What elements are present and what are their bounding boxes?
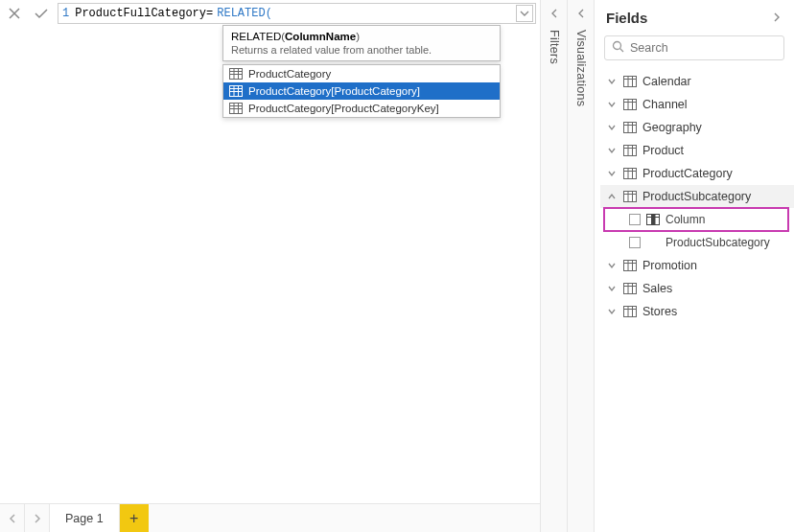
suggestion-label: ProductCategory[ProductCategory] xyxy=(248,85,420,97)
formula-bar: 1 ProductFullCategory=RELATED( xyxy=(0,0,540,24)
table-node-sales[interactable]: Sales xyxy=(600,277,794,300)
formula-expand-button[interactable] xyxy=(516,5,533,22)
chevron-down-icon xyxy=(606,146,618,155)
svg-point-15 xyxy=(614,42,621,50)
formula-text-func: RELATED( xyxy=(217,7,272,20)
svg-rect-44 xyxy=(624,261,637,271)
field-checkbox[interactable] xyxy=(629,214,641,225)
search-input[interactable] xyxy=(630,41,781,55)
line-number: 1 xyxy=(62,7,69,20)
suggestion-item[interactable]: ProductCategory xyxy=(223,65,500,82)
chevron-up-icon xyxy=(606,192,618,201)
table-label: Calendar xyxy=(642,75,691,88)
table-icon xyxy=(623,191,637,202)
svg-rect-29 xyxy=(624,146,637,156)
function-tooltip: RELATED(ColumnName) Returns a related va… xyxy=(222,25,501,61)
next-page-button[interactable] xyxy=(25,504,50,532)
table-icon xyxy=(623,283,637,294)
svg-rect-21 xyxy=(624,100,637,110)
table-label: Promotion xyxy=(642,259,697,272)
svg-line-16 xyxy=(620,49,624,53)
table-label: ProductCategory xyxy=(642,167,733,180)
table-icon xyxy=(229,68,243,80)
visualizations-label: Visualizations xyxy=(574,30,588,106)
suggestion-label: ProductCategory xyxy=(248,68,331,80)
table-node-geography[interactable]: Geography xyxy=(600,116,794,139)
suggestion-item[interactable]: ProductCategory[ProductCategory] xyxy=(223,82,500,100)
suggestion-label: ProductCategory[ProductCategoryKey] xyxy=(248,103,439,114)
fields-header: Fields xyxy=(595,0,794,34)
formula-input[interactable]: 1 ProductFullCategory=RELATED( xyxy=(58,3,536,24)
chevron-down-icon xyxy=(606,261,618,270)
search-icon xyxy=(612,40,624,56)
field-label: ProductSubcategory xyxy=(666,236,770,249)
filters-pane-collapsed[interactable]: Filters xyxy=(541,0,568,532)
commit-formula-button[interactable] xyxy=(31,3,52,24)
field-row-productsubcategory[interactable]: ProductSubcategory xyxy=(600,231,794,254)
fields-search[interactable] xyxy=(604,35,784,60)
svg-rect-33 xyxy=(624,169,637,179)
suggestion-list: ProductCategory ProductCategory[ProductC… xyxy=(222,64,501,118)
tooltip-param: ColumnName xyxy=(285,31,356,42)
collapse-fields-button[interactable] xyxy=(771,10,782,26)
field-checkbox[interactable] xyxy=(629,237,641,248)
table-label: Geography xyxy=(642,121,702,134)
page-tab[interactable]: Page 1 xyxy=(50,504,120,532)
svg-rect-17 xyxy=(624,77,637,87)
svg-rect-42 xyxy=(651,215,656,225)
formula-text-before: ProductFullCategory= xyxy=(75,7,213,20)
chevron-down-icon xyxy=(606,100,618,109)
chevron-down-icon xyxy=(606,169,618,178)
field-label: Column xyxy=(666,213,705,226)
report-canvas: 1 ProductFullCategory=RELATED( RELATED(C… xyxy=(0,0,541,532)
table-icon xyxy=(623,76,637,87)
intellisense-popup: RELATED(ColumnName) Returns a related va… xyxy=(222,25,501,118)
table-icon xyxy=(623,145,637,156)
table-node-productcategory[interactable]: ProductCategory xyxy=(600,162,794,185)
calculated-column-icon xyxy=(646,214,660,225)
visualizations-pane-collapsed[interactable]: Visualizations xyxy=(568,0,595,532)
add-page-button[interactable]: + xyxy=(120,504,149,532)
chevron-down-icon xyxy=(606,123,618,132)
page-tabs: Page 1 + xyxy=(0,503,540,532)
table-icon xyxy=(623,99,637,110)
table-node-productsubcategory[interactable]: ProductSubcategory xyxy=(600,185,794,208)
svg-rect-52 xyxy=(624,307,637,317)
table-node-channel[interactable]: Channel xyxy=(600,93,794,116)
svg-rect-25 xyxy=(624,123,637,133)
table-label: Product xyxy=(642,144,684,157)
table-icon xyxy=(623,122,637,133)
chevron-down-icon xyxy=(606,284,618,293)
table-node-promotion[interactable]: Promotion xyxy=(600,254,794,277)
table-icon xyxy=(229,103,243,114)
chevron-down-icon xyxy=(606,307,618,316)
table-icon xyxy=(623,306,637,317)
tooltip-description: Returns a related value from another tab… xyxy=(231,44,492,56)
svg-rect-37 xyxy=(624,192,637,202)
table-node-product[interactable]: Product xyxy=(600,139,794,162)
fields-title: Fields xyxy=(606,10,647,26)
svg-rect-48 xyxy=(624,284,637,294)
table-icon xyxy=(623,168,637,179)
table-node-stores[interactable]: Stores xyxy=(600,300,794,323)
table-label: Sales xyxy=(642,282,672,295)
cancel-formula-button[interactable] xyxy=(4,3,25,24)
chevron-down-icon xyxy=(606,77,618,86)
field-row-column[interactable]: Column xyxy=(604,208,788,231)
suggestion-item[interactable]: ProductCategory[ProductCategoryKey] xyxy=(223,100,500,117)
table-label: Stores xyxy=(642,305,677,318)
fields-pane: Fields Calendar Channel xyxy=(595,0,794,532)
table-icon xyxy=(623,260,637,271)
expand-icon xyxy=(575,8,587,22)
table-node-calendar[interactable]: Calendar xyxy=(600,70,794,93)
table-label: ProductSubcategory xyxy=(642,190,751,203)
table-icon xyxy=(229,85,243,97)
filters-label: Filters xyxy=(548,30,561,64)
tooltip-func-name: RELATED xyxy=(231,31,281,42)
expand-icon xyxy=(549,8,560,22)
tables-tree: Calendar Channel Geography Product Produ xyxy=(595,70,794,532)
table-label: Channel xyxy=(642,98,688,111)
prev-page-button[interactable] xyxy=(0,504,25,532)
